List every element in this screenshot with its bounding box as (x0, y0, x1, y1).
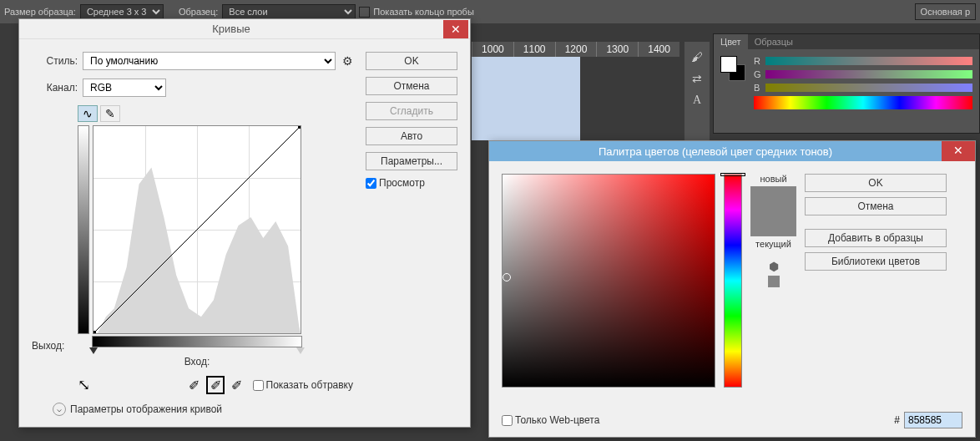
eyedropper-black-icon[interactable]: ✐ (185, 376, 204, 394)
output-label: Выход: (32, 340, 64, 352)
color-panel: Цвет Образцы R G B (713, 33, 980, 134)
input-slider[interactable] (92, 347, 302, 356)
close-icon[interactable]: ✕ (443, 20, 468, 38)
auto-button[interactable]: Авто (366, 127, 457, 145)
gear-icon[interactable]: ⚙ (342, 54, 353, 68)
cancel-button[interactable]: Отмена (805, 197, 947, 215)
vertical-gradient (78, 125, 89, 334)
sample-label: Образец: (179, 7, 218, 17)
svg-line-1 (93, 126, 301, 333)
web-only-checkbox[interactable]: Только Web-цвета (502, 414, 599, 426)
sv-cursor (503, 273, 511, 281)
ok-button[interactable]: OK (366, 52, 457, 70)
tool-panel: 🖌 ⇄ A (684, 42, 710, 142)
target-adjust-icon[interactable]: ⤡ (78, 376, 90, 394)
swap-icon[interactable]: ⇄ (692, 72, 702, 85)
curve-pencil-tool-icon[interactable]: ✎ (100, 105, 120, 122)
curves-dialog: Кривые ✕ Стиль: По умолчанию ⚙ Канал: RG… (18, 18, 471, 428)
horizontal-gradient (92, 336, 302, 347)
color-picker-dialog: Палитра цветов (целевой цвет средних тон… (488, 140, 976, 438)
smooth-button[interactable]: Сгладить (366, 102, 457, 120)
workspace-button[interactable]: Основная р (915, 3, 976, 20)
gamut-warning-icon[interactable]: ⬢ (769, 260, 779, 273)
svg-rect-2 (93, 331, 96, 333)
curve-display-expand[interactable]: ⌵ Параметры отображения кривой (53, 403, 353, 416)
curves-graph[interactable] (93, 125, 301, 334)
b-slider[interactable] (765, 84, 972, 92)
current-label: текущий (755, 239, 791, 249)
color-compare-swatch[interactable] (750, 186, 796, 236)
channel-select[interactable]: RGB (83, 79, 166, 97)
chevron-down-icon: ⌵ (53, 403, 66, 416)
hex-label: # (894, 414, 900, 426)
eyedropper-white-icon[interactable]: ✐ (228, 376, 246, 394)
color-libraries-button[interactable]: Библиотеки цветов (805, 252, 947, 271)
picker-titlebar[interactable]: Палитра цветов (целевой цвет средних тон… (489, 141, 975, 161)
spectrum-ramp[interactable] (754, 96, 972, 109)
new-label: новый (760, 174, 786, 184)
show-ring-checkbox[interactable] (359, 7, 370, 18)
fg-bg-swatch[interactable] (720, 56, 745, 81)
canvas-area[interactable] (472, 57, 580, 140)
brush-icon[interactable]: 🖌 (691, 50, 703, 63)
sample-size-label: Размер образца: (4, 7, 76, 17)
params-button[interactable]: Параметры... (366, 152, 457, 170)
saturation-value-field[interactable] (502, 174, 715, 388)
close-icon[interactable]: ✕ (942, 141, 975, 161)
eyedropper-gray-icon[interactable]: ✐ (206, 376, 225, 394)
text-icon[interactable]: A (693, 94, 701, 107)
curves-title: Кривые (19, 23, 443, 35)
sample-select[interactable]: Все слои (222, 4, 356, 19)
ok-button[interactable]: OK (805, 174, 947, 192)
tab-color[interactable]: Цвет (714, 34, 748, 49)
style-select[interactable]: По умолчанию (83, 52, 336, 70)
horizontal-ruler: 1000 1100 1200 1300 1400 (472, 42, 679, 57)
input-label: Вход: (92, 356, 302, 368)
show-ring-label: Показать кольцо пробы (373, 7, 474, 17)
curve-point-tool-icon[interactable]: ∿ (78, 105, 98, 122)
hex-input[interactable] (904, 412, 962, 428)
add-swatch-button[interactable]: Добавить в образцы (805, 229, 947, 247)
curves-titlebar[interactable]: Кривые ✕ (19, 19, 470, 39)
hue-slider[interactable] (724, 174, 742, 388)
sample-size-select[interactable]: Среднее 3 x 3 (80, 4, 164, 19)
preview-checkbox[interactable]: Просмотр (366, 177, 457, 189)
svg-rect-3 (298, 126, 301, 129)
channel-label: Канал: (32, 82, 78, 94)
picker-title: Палитра цветов (целевой цвет средних тон… (489, 145, 942, 158)
gamut-swatch[interactable] (768, 276, 780, 287)
show-clipping-checkbox[interactable]: Показать обтравку (253, 379, 354, 391)
style-label: Стиль: (32, 55, 78, 67)
g-slider[interactable] (765, 70, 972, 79)
r-slider[interactable] (765, 57, 972, 65)
cancel-button[interactable]: Отмена (366, 77, 457, 95)
tab-swatches[interactable]: Образцы (748, 34, 800, 49)
